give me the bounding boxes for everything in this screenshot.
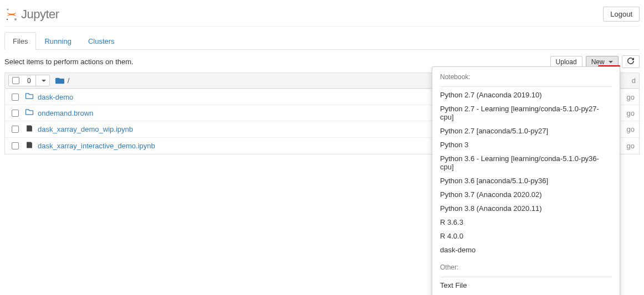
menu-item-kernel[interactable]: Python 2.7 [anaconda/5.1.0-py27] (432, 124, 620, 138)
file-name[interactable]: dask_xarray_demo_wip.ipynb (38, 125, 133, 133)
folder-icon (24, 108, 34, 117)
select-all-checkbox[interactable] (12, 77, 19, 84)
row-checkbox[interactable] (12, 126, 19, 133)
row-checkbox[interactable] (12, 110, 19, 117)
file-meta: go (627, 93, 635, 101)
refresh-icon (627, 58, 634, 64)
hint-text: Select items to perform actions on them. (4, 58, 134, 66)
file-meta: go (627, 109, 635, 117)
svg-point-1 (14, 18, 17, 20)
file-name[interactable]: dask_xarray_interactive_demo.ipynb (38, 142, 155, 150)
select-all-group[interactable]: 0 (8, 75, 50, 86)
header: Jupyter Logout (4, 4, 640, 27)
svg-point-2 (7, 18, 8, 19)
row-checkbox[interactable] (12, 142, 19, 149)
menu-item-kernel[interactable]: Python 2.7 - Learning [learning/conda-5.… (432, 102, 620, 124)
menu-item-kernel[interactable]: Python 3 (432, 138, 620, 152)
file-name[interactable]: ondemand.brown (38, 109, 93, 117)
folder-icon[interactable] (55, 77, 64, 85)
notebook-icon (24, 141, 34, 151)
menu-heading-notebook: Notebook: (432, 70, 620, 83)
logout-button[interactable]: Logout (603, 7, 640, 22)
file-name[interactable]: dask-demo (38, 93, 73, 101)
select-dropdown[interactable] (35, 75, 49, 86)
column-header-tail: d (632, 76, 636, 85)
file-meta: go (627, 125, 635, 133)
main-tabs: Files Running Clusters (4, 32, 640, 50)
menu-divider (440, 86, 612, 87)
refresh-button[interactable] (622, 55, 640, 68)
caret-down-icon (42, 80, 46, 82)
tab-clusters[interactable]: Clusters (80, 32, 123, 50)
breadcrumb-sep: / (68, 76, 70, 85)
jupyter-icon (4, 7, 19, 22)
row-checkbox[interactable] (12, 94, 19, 101)
new-dropdown-menu: Notebook: Python 2.7 (Anaconda 2019.10) … (432, 66, 620, 154)
selected-count: 0 (23, 75, 35, 86)
breadcrumb: / (55, 76, 70, 85)
new-dropdown-label: New (591, 58, 605, 66)
folder-icon (24, 92, 34, 101)
file-meta: go (627, 142, 635, 150)
menu-item-kernel[interactable]: Python 3.6 - Learning [learning/conda-5.… (432, 152, 620, 154)
jupyter-logo[interactable]: Jupyter (4, 7, 59, 22)
tab-files[interactable]: Files (4, 32, 36, 50)
caret-down-icon (609, 61, 613, 63)
jupyter-wordmark: Jupyter (21, 7, 59, 22)
notebook-icon (24, 125, 34, 134)
svg-point-0 (7, 8, 8, 10)
tab-running[interactable]: Running (36, 32, 79, 50)
menu-item-kernel[interactable]: Python 2.7 (Anaconda 2019.10) (432, 88, 620, 102)
